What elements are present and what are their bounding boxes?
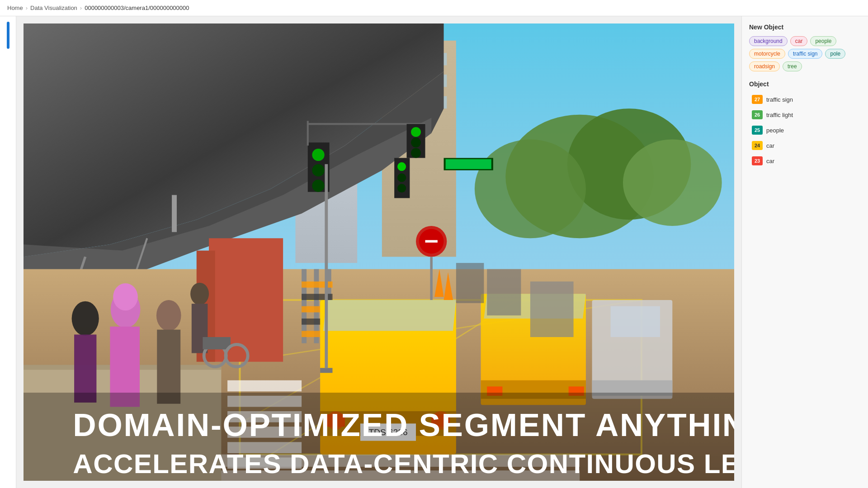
- svg-point-64: [411, 127, 421, 137]
- breadcrumb-sep-2: ›: [80, 5, 82, 11]
- tag-pole[interactable]: pole: [825, 49, 845, 59]
- tag-motorcycle[interactable]: motorcycle: [749, 49, 785, 59]
- svg-rect-100: [487, 269, 521, 316]
- svg-rect-103: [320, 368, 332, 373]
- svg-point-60: [397, 184, 406, 192]
- new-object-title: New Object: [749, 23, 861, 31]
- svg-point-3: [623, 140, 722, 226]
- svg-point-74: [113, 283, 138, 310]
- breadcrumb-file: 000000000003/camera1/000000000000: [85, 5, 189, 11]
- image-viewer: TDS 6236: [24, 23, 734, 481]
- left-sidebar: [0, 16, 16, 488]
- svg-point-58: [397, 162, 406, 171]
- object-badge-23: 23: [752, 156, 763, 165]
- scene-svg: TDS 6236: [24, 23, 734, 481]
- svg-point-77: [190, 283, 209, 305]
- svg-point-69: [72, 301, 99, 336]
- object-list: 27 traffic sign 26 traffic light 25 peop…: [749, 93, 861, 167]
- breadcrumb-bar: Home › Data Visualization › 000000000003…: [0, 0, 868, 16]
- svg-rect-27: [172, 195, 177, 232]
- new-object-section: New Object background car people motorcy…: [749, 23, 861, 71]
- object-label-23: car: [766, 158, 774, 164]
- sidebar-indicator: [7, 22, 9, 49]
- object-badge-26: 26: [752, 110, 763, 119]
- svg-point-66: [411, 148, 421, 158]
- svg-rect-98: [611, 306, 660, 337]
- svg-rect-68: [446, 159, 491, 169]
- object-label-25: people: [766, 127, 784, 134]
- object-item-27[interactable]: 27 traffic sign: [749, 93, 861, 106]
- object-label-24: car: [766, 142, 774, 149]
- svg-rect-80: [203, 337, 231, 349]
- svg-rect-101: [456, 263, 484, 303]
- svg-point-4: [475, 140, 586, 239]
- breadcrumb-sep-1: ›: [26, 5, 28, 11]
- tag-car-1[interactable]: car: [790, 36, 808, 46]
- object-label-27: traffic sign: [766, 96, 793, 103]
- svg-rect-33: [227, 380, 302, 392]
- object-section-title: Object: [749, 80, 861, 88]
- scene-container: TDS 6236: [24, 23, 734, 481]
- svg-point-65: [411, 137, 421, 147]
- svg-marker-83: [323, 300, 456, 331]
- tag-background[interactable]: background: [749, 36, 788, 46]
- svg-point-59: [397, 174, 406, 182]
- new-object-tags: background car people motorcycle traffic…: [749, 36, 861, 71]
- object-label-26: traffic light: [766, 112, 793, 118]
- breadcrumb-data-viz[interactable]: Data Visualization: [30, 5, 77, 11]
- svg-text:DOMAIN-OPTIMIZED SEGMENT ANYTH: DOMAIN-OPTIMIZED SEGMENT ANYTHING MODEL: [73, 407, 734, 443]
- object-item-23[interactable]: 23 car: [749, 155, 861, 167]
- object-item-26[interactable]: 26 traffic light: [749, 108, 861, 121]
- svg-point-54: [312, 149, 324, 161]
- svg-rect-71: [74, 334, 96, 402]
- tag-roadsign[interactable]: roadsign: [749, 61, 780, 71]
- svg-point-55: [312, 164, 324, 176]
- object-item-25[interactable]: 25 people: [749, 124, 861, 136]
- object-section: Object 27 traffic sign 26 traffic light …: [749, 80, 861, 167]
- svg-point-56: [312, 179, 324, 192]
- breadcrumb-home[interactable]: Home: [7, 5, 23, 11]
- svg-rect-99: [530, 282, 574, 337]
- tag-traffic-sign[interactable]: traffic sign: [788, 49, 822, 59]
- svg-point-75: [156, 300, 181, 331]
- object-badge-24: 24: [752, 141, 763, 150]
- main-content: TDS 6236: [16, 16, 868, 488]
- svg-text:ACCELERATES DATA-CENTRIC CONTI: ACCELERATES DATA-CENTRIC CONTINUOUS LEAR…: [73, 449, 734, 479]
- tag-people[interactable]: people: [810, 36, 836, 46]
- object-badge-27: 27: [752, 95, 763, 104]
- object-item-24[interactable]: 24 car: [749, 139, 861, 152]
- object-badge-25: 25: [752, 126, 763, 135]
- tag-tree[interactable]: tree: [783, 61, 802, 71]
- right-panel: New Object background car people motorcy…: [741, 16, 868, 488]
